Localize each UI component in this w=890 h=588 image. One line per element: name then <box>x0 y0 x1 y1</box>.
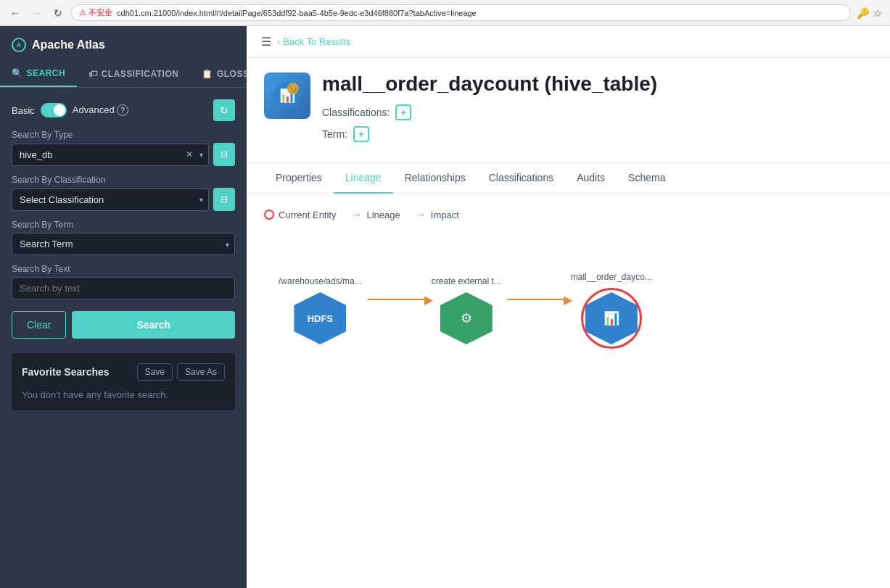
current-entity-ring <box>581 288 642 349</box>
process-gear-icon: ⚙ <box>461 310 472 326</box>
search-by-classification-field: Search By Classification Select Classifi… <box>12 175 235 211</box>
help-icon: ? <box>117 104 128 116</box>
advanced-label: Advanced ? <box>73 104 128 117</box>
add-classification-button[interactable]: + <box>395 104 411 120</box>
reload-button[interactable]: ↻ <box>51 6 65 20</box>
hdfs-node-label: /warehouse/ads/ma... <box>279 276 362 286</box>
hdfs-hex-container: HDFS <box>294 292 346 344</box>
term-select[interactable]: Search Term <box>12 233 235 255</box>
back-chevron-icon: ‹ <box>277 36 280 47</box>
tab-schema[interactable]: Schema <box>617 163 677 194</box>
star-icon[interactable]: ☆ <box>873 7 883 19</box>
lineage-node-process[interactable]: create external t... ⚙ <box>432 276 501 344</box>
type-filter-button[interactable]: ⊟ <box>213 143 235 166</box>
term-row: Term: + <box>322 126 873 142</box>
hamburger-icon[interactable]: ☰ <box>261 35 271 49</box>
current-entity-legend-icon <box>264 210 274 220</box>
arrow-connector-1 <box>362 299 432 300</box>
type-select[interactable]: hive_db <box>12 144 209 166</box>
classifications-row: Classifications: + <box>322 104 873 120</box>
classification-select[interactable]: Select Classification <box>12 189 209 211</box>
favorites-empty-message: You don't have any favorite search. <box>22 389 225 400</box>
tab-classifications[interactable]: Classifications <box>477 163 565 194</box>
address-bar[interactable]: ⚠ 不安全 cdh01.cm:21000/index.html#!/detail… <box>71 4 851 21</box>
classifications-label: Classifications: <box>322 107 390 118</box>
tab-relationships[interactable]: Relationships <box>393 163 477 194</box>
tab-audits[interactable]: Audits <box>565 163 617 194</box>
table-node-label: mall__order_dayco... <box>571 272 652 282</box>
search-by-text-label: Search By Text <box>12 264 235 274</box>
impact-legend-label: Impact <box>431 210 459 220</box>
app-logo-header: A Apache Atlas <box>0 26 247 52</box>
add-term-button[interactable]: + <box>353 126 369 142</box>
process-hexagon: ⚙ <box>440 292 493 344</box>
favorites-header: Favorite Searches Save Save As <box>22 363 225 381</box>
legend-impact: → Impact <box>415 208 459 221</box>
main-content: ☰ ‹ Back To Results 📊 🐝 mall__order_dayc… <box>247 26 890 588</box>
lineage-area: Current Entity → Lineage → Impact /wareh… <box>247 194 890 588</box>
search-by-text-input[interactable] <box>12 277 235 299</box>
search-by-type-label: Search By Type <box>12 130 235 140</box>
sidebar-nav: 🔍 SEARCH 🏷 CLASSIFICATION 📋 GLOSSARY <box>0 61 247 88</box>
glossary-nav-icon: 📋 <box>202 69 213 79</box>
tab-properties[interactable]: Properties <box>264 163 334 194</box>
key-icon: 🔑 <box>857 7 869 19</box>
entity-icon: 📊 🐝 <box>264 73 310 119</box>
url-text: cdh01.cm:21000/index.html#!/detailPage/6… <box>117 9 477 17</box>
favorites-title: Favorite Searches <box>22 366 110 378</box>
lineage-node-hdfs[interactable]: /warehouse/ads/ma... HDFS <box>279 276 362 344</box>
sidebar-item-glossary[interactable]: 📋 GLOSSARY <box>190 61 247 87</box>
arrow-connector-2 <box>501 299 571 300</box>
sidebar-item-classification[interactable]: 🏷 CLASSIFICATION <box>77 61 190 87</box>
security-warning: ⚠ 不安全 <box>79 7 112 18</box>
save-as-button[interactable]: Save As <box>177 363 225 381</box>
basic-label: Basic <box>12 105 35 116</box>
hdfs-hexagon: HDFS <box>294 292 346 344</box>
process-node-label: create external t... <box>432 276 501 286</box>
search-action-buttons: Clear Search <box>12 311 235 339</box>
impact-arrow-icon: → <box>415 208 427 221</box>
atlas-logo: A <box>12 38 26 52</box>
back-to-results-link[interactable]: ‹ Back To Results <box>277 36 350 47</box>
tab-lineage[interactable]: Lineage <box>334 163 393 194</box>
clear-button[interactable]: Clear <box>12 311 66 339</box>
browser-chrome: ← → ↻ ⚠ 不安全 cdh01.cm:21000/index.html#!/… <box>0 0 890 26</box>
refresh-button[interactable]: ↻ <box>213 99 235 121</box>
arrow-line-2 <box>507 299 565 300</box>
basic-advanced-toggle-row: Basic Advanced ? ↻ <box>12 99 235 121</box>
search-by-text-field: Search By Text <box>12 264 235 299</box>
search-by-type-field: Search By Type hive_db ✕ ▾ ⊟ <box>12 130 235 166</box>
table-hex-ring-container: 📊 <box>581 288 642 349</box>
term-select-wrapper: Search Term ▾ <box>12 233 235 255</box>
lineage-legend: Current Entity → Lineage → Impact <box>264 208 873 221</box>
search-by-classification-row: Select Classification ▾ ⊟ <box>12 188 235 211</box>
classification-nav-icon: 🏷 <box>88 69 98 79</box>
sidebar: A Apache Atlas 🔍 SEARCH 🏷 CLASSIFICATION… <box>0 26 247 588</box>
legend-lineage: → Lineage <box>350 208 400 221</box>
lineage-node-table[interactable]: mall__order_dayco... 📊 <box>571 272 652 349</box>
search-button[interactable]: Search <box>72 311 235 339</box>
search-by-term-field: Search By Term Search Term ▾ <box>12 220 235 255</box>
toggle-group: Basic Advanced ? <box>12 103 128 117</box>
favorites-section: Favorite Searches Save Save As You don't… <box>12 353 235 410</box>
legend-current-entity: Current Entity <box>264 210 336 220</box>
entity-header: 📊 🐝 mall__order_daycount (hive_table) Cl… <box>247 58 890 163</box>
lineage-arrow-icon: → <box>350 208 362 221</box>
app-name: Apache Atlas <box>32 38 105 51</box>
hive-table-icon: 📊 🐝 <box>273 81 302 110</box>
search-nav-icon: 🔍 <box>12 68 23 78</box>
classification-filter-button[interactable]: ⊟ <box>213 188 235 211</box>
back-button[interactable]: ← <box>7 6 23 20</box>
clear-type-icon[interactable]: ✕ <box>186 149 193 160</box>
term-label: Term: <box>322 128 347 140</box>
current-entity-legend-label: Current Entity <box>279 210 336 220</box>
sidebar-item-search[interactable]: 🔍 SEARCH <box>0 61 77 87</box>
classification-select-wrapper: Select Classification ▾ <box>12 189 209 211</box>
browser-actions: 🔑 ☆ <box>857 7 883 19</box>
save-button[interactable]: Save <box>137 363 173 381</box>
basic-advanced-toggle[interactable] <box>41 103 67 117</box>
lineage-diagram: /warehouse/ads/ma... HDFS create externa… <box>264 243 873 378</box>
forward-button[interactable]: → <box>29 6 45 20</box>
arrow-line-1 <box>368 299 426 300</box>
tabs-bar: Properties Lineage Relationships Classif… <box>247 163 890 194</box>
